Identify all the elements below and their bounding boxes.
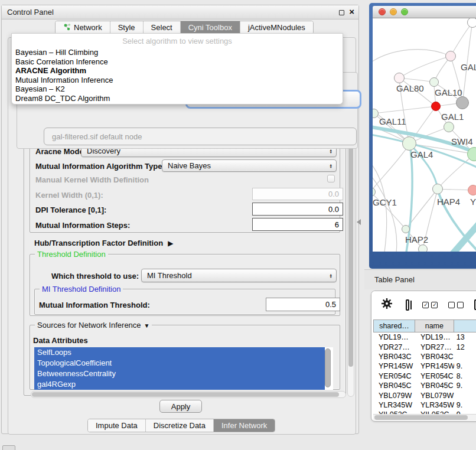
dropdown-placeholder: Select algorithm to view settings (12, 34, 343, 48)
network-node[interactable] (456, 96, 469, 109)
settings-gear-icon[interactable] (381, 298, 393, 312)
close-icon[interactable]: × (349, 6, 354, 17)
kernel-width-field[interactable]: 0.0 (252, 188, 343, 200)
collapse-down-icon[interactable]: ▼ (144, 322, 150, 329)
scrollbar-thumb[interactable] (32, 392, 339, 397)
table-row[interactable]: YPR145WYPR145W9. (373, 361, 476, 371)
tab-jactivemnodules[interactable]: jActiveMNodules (240, 21, 313, 34)
select-all-checkboxes-icon[interactable]: ✓ ✓ (422, 302, 438, 308)
tab-select[interactable]: Select (144, 21, 181, 34)
list-item[interactable]: BetweennessCentrality (34, 369, 325, 379)
dpi-tolerance-label: DPI Tolerance [0,1]: (35, 206, 106, 214)
list-item[interactable]: SelfLoops (34, 347, 325, 358)
float-window-icon[interactable] (339, 10, 344, 15)
network-canvas[interactable]: GALGAL80GAL10GAL1GAL11SWI4GAL4GCY1HAP4YH… (373, 18, 476, 252)
control-panel: Control Panel × Network Style Select (1, 5, 359, 434)
dropdown-item[interactable]: Basic Correlation Inference (12, 57, 343, 67)
checked-box-icon: ✓ (422, 302, 429, 308)
column-header-name[interactable]: name (415, 319, 454, 332)
network-node-hap2[interactable] (402, 225, 410, 233)
manual-kernel-checkbox[interactable] (327, 175, 335, 182)
algorithm-dropdown-popup: Select algorithm to view settings Bayesi… (11, 33, 343, 105)
list-item[interactable]: TopologicalCoefficient (34, 358, 325, 369)
panel-title: Control Panel (2, 8, 54, 17)
table-cell: YPR145W (373, 361, 415, 371)
which-threshold-combo[interactable]: MI Threshold ▲▼ (141, 269, 337, 282)
network-node[interactable] (418, 244, 428, 252)
spinner-arrows-icon[interactable]: ▲▼ (330, 148, 332, 154)
network-node-gal10[interactable] (429, 77, 439, 87)
list-vertical-scrollbar[interactable] (325, 348, 331, 387)
combo-value: MI Threshold (147, 271, 192, 280)
network-node-gal80[interactable] (394, 73, 405, 83)
scrollbar-thumb[interactable] (348, 116, 353, 367)
tab-discretize-data[interactable]: Discretize Data (146, 419, 214, 432)
table-cell (454, 352, 476, 361)
network-node-label: SWI4 (451, 136, 473, 146)
tab-cyni-toolbox[interactable]: Cyni Toolbox (181, 21, 240, 34)
tab-infer-network[interactable]: Infer Network (214, 419, 275, 432)
close-traffic-light-icon[interactable] (379, 8, 386, 15)
tab-network[interactable]: Network (56, 21, 110, 34)
settings-vertical-scrollbar[interactable] (347, 115, 354, 397)
group-title: Threshold Definition (35, 250, 108, 259)
bottom-left-partial-button[interactable] (2, 445, 15, 450)
control-panel-titlebar[interactable]: Control Panel × (2, 5, 358, 19)
table-cell: YPR145W (415, 361, 454, 371)
network-node-y[interactable] (468, 185, 476, 195)
sources-group-title[interactable]: Sources for Network Inference▼ (35, 321, 152, 330)
table-cell: YLR345W (373, 400, 415, 410)
table-row[interactable]: YLR345WYLR345W9. (373, 400, 476, 410)
mi-steps-field[interactable]: 6 (252, 218, 343, 231)
table-cell: YDR27… (373, 342, 415, 351)
expand-right-icon[interactable]: ▶ (168, 239, 173, 247)
table-horizontal-scrollbar[interactable] (373, 414, 476, 420)
list-item[interactable]: gal4RGexp (34, 379, 325, 390)
table-row[interactable]: YER054CYER054C8. (373, 371, 476, 381)
scrollbar-thumb[interactable] (374, 415, 468, 420)
network-node-hap4[interactable] (432, 184, 443, 194)
dropdown-item[interactable]: Dream8 DC_TDC Algorithm (12, 94, 343, 103)
tab-label: Impute Data (96, 421, 138, 430)
table-row[interactable]: YBR043CYBR043C (373, 352, 476, 361)
network-graph-icon (63, 23, 71, 32)
table-row[interactable]: YBR045CYBR045C9. (373, 381, 476, 390)
dpi-tolerance-field[interactable]: 0.0 (252, 203, 343, 216)
tab-impute-data[interactable]: Impute Data (88, 419, 146, 432)
network-node-gal4[interactable] (402, 136, 416, 151)
network-node-gal1[interactable] (431, 102, 441, 111)
zoom-traffic-light-icon[interactable] (401, 8, 408, 15)
dropdown-item[interactable]: Bayesian – Hill Climbing (12, 48, 343, 57)
column-header-shared-name[interactable]: shared… (373, 319, 415, 332)
hub-section-toggle[interactable]: Hub/Transcription Factor Definition▶ (34, 239, 173, 247)
table-body[interactable]: YDL19…YDL19…13YDR27…YDR27…12YBR043CYBR04… (373, 332, 476, 421)
mi-type-combo[interactable]: Naive Bayes ▲▼ (162, 159, 337, 172)
dropdown-item-aracne[interactable]: ARACNE Algorithm (12, 66, 343, 76)
tab-style[interactable]: Style (110, 21, 144, 34)
network-selector-combo[interactable]: gal-filtered.sif default node (44, 128, 357, 145)
spinner-arrows-icon[interactable]: ▲▼ (330, 163, 332, 168)
dropdown-item[interactable]: Mutual Information Inference (12, 76, 343, 85)
settings-horizontal-scrollbar[interactable] (31, 391, 346, 398)
network-node-label: HAP4 (437, 197, 460, 207)
dropdown-item[interactable]: Bayesian – K2 (12, 84, 343, 94)
column-header-clipped[interactable] (454, 319, 476, 332)
network-window-titlebar[interactable] (373, 6, 476, 18)
minimize-traffic-light-icon[interactable] (390, 8, 397, 15)
panel-splitter-handle[interactable] (357, 219, 361, 225)
column-label: name (425, 322, 444, 330)
spinner-arrows-icon[interactable]: ▲▼ (330, 273, 332, 278)
table-row[interactable]: YDR27…YDR27…12 (373, 342, 476, 351)
apply-button[interactable]: Apply (159, 400, 202, 413)
data-attributes-list[interactable]: SelfLoops TopologicalCoefficient Between… (34, 347, 333, 390)
network-node[interactable] (467, 18, 476, 28)
show-columns-icon[interactable] (406, 299, 409, 311)
network-node-gal[interactable] (445, 51, 456, 61)
deselect-all-checkboxes-icon[interactable] (448, 302, 464, 308)
network-node[interactable] (444, 122, 454, 132)
table-panel-title: Table Panel (364, 275, 415, 284)
mi-threshold-field[interactable]: 0.5 (266, 298, 340, 311)
table-row[interactable]: YDL19…YDL19…13 (373, 332, 476, 342)
table-row[interactable]: YBL079WYBL079W (373, 390, 476, 400)
network-view-window: GALGAL80GAL10GAL1GAL11SWI4GAL4GCY1HAP4YH… (369, 3, 476, 269)
